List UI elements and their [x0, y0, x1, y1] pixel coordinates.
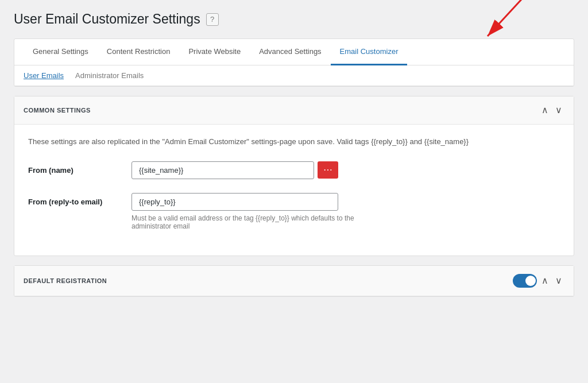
sub-tab-user-emails[interactable]: User Emails: [24, 71, 64, 80]
sub-tab-admin-emails[interactable]: Administrator Emails: [75, 71, 144, 80]
page-title: User Email Customizer Settings: [14, 11, 200, 27]
help-icon[interactable]: ?: [206, 13, 219, 26]
toggle-slider: [513, 274, 537, 288]
from-email-field-group: Must be a valid email address or the tag…: [131, 193, 560, 230]
tab-general-settings[interactable]: General Settings: [24, 39, 98, 65]
default-registration-header: DEFAULT REGISTRATION ∧ ∨: [14, 266, 574, 296]
sub-tabs-bar: User Emails Administrator Emails: [14, 65, 574, 86]
tab-advanced-settings[interactable]: Advanced Settings: [250, 39, 330, 65]
tab-content-restriction[interactable]: Content Restriction: [98, 39, 180, 65]
from-email-row: From (reply-to email) Must be a valid em…: [28, 193, 560, 230]
common-settings-header: COMMON SETTINGS ∧ ∨: [14, 96, 574, 125]
common-settings-body: These settings are also replicated in th…: [14, 125, 574, 256]
default-registration-card: DEFAULT REGISTRATION ∧ ∨: [14, 265, 574, 297]
registration-collapse-down-button[interactable]: ∨: [553, 275, 564, 287]
common-settings-card: COMMON SETTINGS ∧ ∨ These settings are a…: [14, 96, 574, 256]
default-registration-toggle[interactable]: [513, 274, 537, 288]
default-registration-title: DEFAULT REGISTRATION: [24, 277, 107, 284]
from-email-label: From (reply-to email): [28, 193, 120, 206]
collapse-up-button[interactable]: ∧: [539, 105, 551, 116]
from-name-input[interactable]: [131, 161, 314, 179]
tab-email-customizer[interactable]: Email Customizer: [331, 39, 408, 65]
common-settings-title: COMMON SETTINGS: [24, 107, 91, 114]
collapse-down-button[interactable]: ∨: [553, 105, 564, 116]
from-email-hint: Must be a valid email address or the tag…: [131, 214, 361, 230]
default-registration-controls: ∧ ∨: [513, 274, 564, 288]
from-name-field-group: ⋯: [131, 161, 560, 179]
tabs-bar: General Settings Content Restriction Pri…: [14, 39, 574, 65]
from-email-input[interactable]: [131, 193, 338, 211]
from-name-label: From (name): [28, 161, 120, 175]
from-name-tag-button[interactable]: ⋯: [318, 161, 338, 179]
registration-collapse-up-button[interactable]: ∧: [539, 275, 551, 287]
common-settings-controls: ∧ ∨: [539, 105, 564, 116]
from-email-input-wrapper: [131, 193, 338, 211]
common-settings-description: These settings are also replicated in th…: [28, 136, 560, 148]
main-card: General Settings Content Restriction Pri…: [14, 38, 574, 87]
from-name-row: From (name) ⋯: [28, 161, 560, 179]
from-name-input-wrapper: ⋯: [131, 161, 338, 179]
tab-private-website[interactable]: Private Website: [179, 39, 250, 65]
